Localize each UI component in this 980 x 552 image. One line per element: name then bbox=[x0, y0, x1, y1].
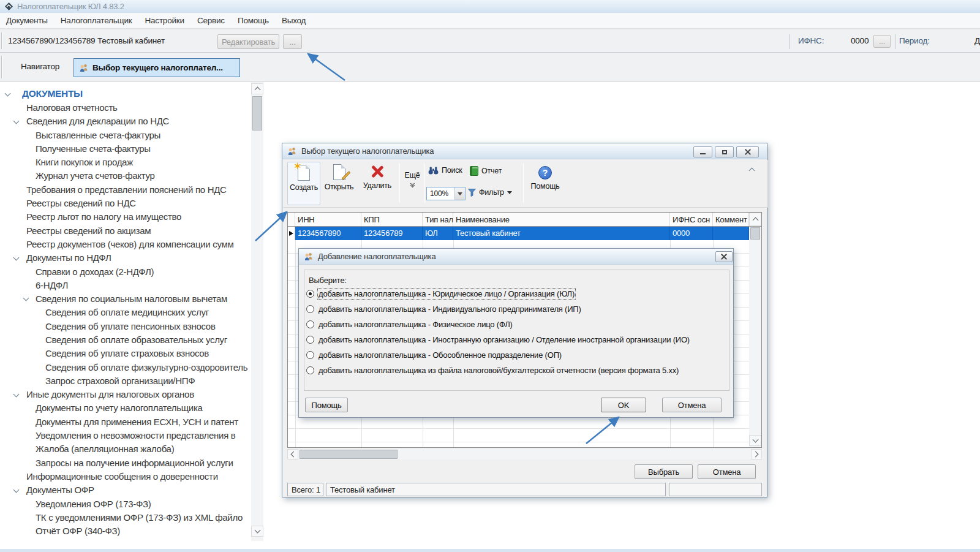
tree-item[interactable]: Документы ОФР bbox=[26, 485, 94, 495]
report-button[interactable]: Отчет bbox=[470, 166, 502, 176]
chevron-down-icon[interactable] bbox=[13, 486, 20, 493]
tree-item[interactable]: Запрос страховой организации/НПФ bbox=[45, 376, 195, 386]
radio-icon[interactable] bbox=[306, 320, 314, 328]
radio-selected-icon[interactable] bbox=[306, 290, 314, 298]
grid-vscrollbar[interactable] bbox=[749, 240, 761, 447]
radio-option-separate-subdivision[interactable]: добавить налогоплательщика - Обособленно… bbox=[306, 349, 562, 361]
tree-item[interactable]: Уведомления ОФР (173-ФЗ) bbox=[36, 499, 151, 509]
radio-icon[interactable] bbox=[306, 305, 314, 313]
grid-scrollbar-thumb[interactable] bbox=[750, 227, 760, 240]
combo-arrow[interactable] bbox=[454, 187, 465, 200]
scroll-down-button[interactable] bbox=[251, 526, 263, 537]
help-button[interactable]: Помощь bbox=[528, 164, 562, 204]
tree-item[interactable]: Документы по учету налогоплательщика bbox=[36, 403, 203, 413]
cancel-button[interactable]: Отмена bbox=[662, 398, 722, 412]
tree-item[interactable]: Сведения об уплате пенсионных взносов bbox=[45, 321, 216, 331]
tree-item[interactable]: Запросы на получение информационной услу… bbox=[36, 458, 233, 468]
grid-scroll-down-button[interactable] bbox=[749, 435, 761, 446]
tabbar-grip[interactable] bbox=[1, 56, 3, 78]
chevron-down-icon[interactable] bbox=[13, 118, 20, 124]
tree-item[interactable]: Полученные счета-фактуры bbox=[36, 143, 151, 154]
radio-option-physical-person[interactable]: добавить налогоплательщика - Физическое … bbox=[306, 318, 513, 330]
tree-item[interactable]: Реестр документов (чеков) для компенсаци… bbox=[26, 239, 234, 249]
menu-exit[interactable]: Выход bbox=[282, 16, 306, 25]
column-header-type[interactable]: Тип нал bbox=[423, 213, 453, 226]
tree-item[interactable]: Журнал учета счетов-фактур bbox=[36, 170, 155, 181]
tree-item[interactable]: Отчёт ОФР (340-ФЗ) bbox=[36, 526, 120, 536]
scroll-right-button[interactable] bbox=[751, 449, 762, 459]
tree-item[interactable]: 6-НДФЛ bbox=[36, 280, 68, 290]
search-button[interactable]: Поиск bbox=[428, 166, 462, 175]
tree-item[interactable]: Сведения об оплате медицинских услуг bbox=[45, 307, 209, 317]
tree-item[interactable]: Сведения для декларации по НДС bbox=[26, 116, 169, 126]
tree-item[interactable]: Налоговая отчетность bbox=[26, 102, 118, 113]
radio-icon[interactable] bbox=[306, 336, 314, 344]
menu-documents[interactable]: Документы bbox=[6, 16, 48, 25]
radio-label[interactable]: добавить налогоплательщика - Физическое … bbox=[318, 320, 513, 329]
grid-scrollbar-track[interactable] bbox=[749, 227, 761, 240]
tree-item[interactable]: Реестры сведений по акцизам bbox=[26, 225, 151, 236]
radio-label[interactable]: добавить налогоплательщика - Иностранную… bbox=[318, 335, 690, 344]
tree-item[interactable]: Жалоба (апелляционная жалоба) bbox=[36, 444, 174, 454]
tab-navigator[interactable]: Навигатор bbox=[21, 62, 59, 71]
chevron-down-icon[interactable] bbox=[13, 391, 20, 397]
radio-option-from-file[interactable]: добавить налогоплательщика из файла нало… bbox=[306, 364, 679, 376]
tree-item[interactable]: Информационные сообщения о доверенности bbox=[26, 471, 218, 482]
open-button[interactable]: Открыть bbox=[321, 162, 357, 205]
toolbar-grip[interactable] bbox=[1, 32, 3, 49]
collapse-toolbar-icon[interactable] bbox=[749, 168, 755, 174]
menu-service[interactable]: Сервис bbox=[197, 16, 225, 25]
tree-item[interactable]: Иные документы для налоговых органов bbox=[26, 389, 194, 399]
column-header-inn[interactable]: ИНН bbox=[295, 213, 361, 226]
tree-item[interactable]: Документы для применения ЕСХН, УСН и пат… bbox=[36, 417, 238, 427]
hscrollbar-thumb[interactable] bbox=[300, 450, 398, 459]
chevron-down-icon[interactable] bbox=[5, 91, 11, 97]
close-button[interactable] bbox=[736, 146, 759, 157]
radio-option-legal-entity[interactable]: добавить налогоплательщика - Юридическое… bbox=[306, 287, 575, 300]
tree-item[interactable]: Документы по НДФЛ bbox=[26, 252, 111, 263]
radio-option-foreign-org[interactable]: добавить налогоплательщика - Иностранную… bbox=[306, 333, 690, 346]
scroll-up-button[interactable] bbox=[251, 83, 263, 94]
scroll-left-button[interactable] bbox=[287, 449, 298, 459]
menu-settings[interactable]: Настройки bbox=[145, 16, 184, 25]
radio-label[interactable]: добавить налогоплательщика - Обособленно… bbox=[318, 350, 562, 360]
tree-item[interactable]: Сведения об уплате страховых взносов bbox=[45, 348, 209, 358]
help-button[interactable]: Помощь bbox=[305, 398, 348, 412]
tree-item[interactable]: Сведения об оплате образовательных услуг bbox=[45, 335, 227, 345]
minimize-button[interactable] bbox=[693, 146, 712, 157]
tree-item[interactable]: Реестры сведений по НДС bbox=[26, 198, 136, 208]
tree-item[interactable]: Сведения об оплате физкультурно-оздорови… bbox=[45, 362, 247, 372]
maximize-button[interactable] bbox=[715, 146, 734, 157]
chevron-down-icon[interactable] bbox=[23, 295, 29, 301]
tree-item[interactable]: Книги покупок и продаж bbox=[36, 157, 133, 167]
column-header-ifns[interactable]: ИФНС осн bbox=[670, 213, 713, 226]
column-header-kpp[interactable]: КПП bbox=[361, 213, 423, 226]
column-header-name[interactable]: Наименование bbox=[453, 213, 670, 226]
filter-button[interactable]: Фильтр bbox=[468, 188, 512, 197]
tab-current-taxpayer[interactable]: Выбор текущего налогоплател... bbox=[74, 58, 240, 77]
chevron-down-icon[interactable] bbox=[13, 254, 20, 260]
radio-icon[interactable] bbox=[306, 366, 314, 374]
select-button[interactable]: Выбрать bbox=[635, 464, 693, 479]
radio-label[interactable]: добавить налогоплательщика из файла нало… bbox=[318, 366, 679, 375]
cancel-button[interactable]: Отмена bbox=[698, 464, 756, 479]
selected-taxpayer-row[interactable]: 1234567890 123456789 ЮЛ Тестовый кабинет… bbox=[288, 227, 761, 240]
tree-item[interactable]: Сведения по социальным налоговым вычетам bbox=[36, 293, 227, 304]
close-button[interactable] bbox=[715, 251, 733, 262]
taxpayer-browse-button[interactable]: ... bbox=[283, 34, 302, 49]
zoom-combobox[interactable]: 100% bbox=[426, 187, 466, 200]
radio-icon[interactable] bbox=[306, 351, 314, 359]
delete-button[interactable]: Удалить bbox=[358, 162, 397, 205]
ifns-browse-button[interactable]: ... bbox=[873, 35, 891, 48]
create-button[interactable]: Создать bbox=[287, 162, 320, 205]
ok-button[interactable]: OK bbox=[601, 398, 646, 412]
tree-item[interactable]: Выставленные счета-фактуры bbox=[36, 130, 160, 140]
add-dialog-titlebar[interactable]: Добавление налогоплательщика bbox=[299, 249, 733, 265]
scrollbar-thumb[interactable] bbox=[252, 96, 262, 130]
column-header-comment[interactable]: Коммент bbox=[713, 213, 749, 226]
tree-scrollbar[interactable] bbox=[251, 82, 263, 541]
radio-label[interactable]: добавить налогоплательщика - Юридическое… bbox=[318, 289, 575, 298]
radio-option-individual-entrepreneur[interactable]: добавить налогоплательщика - Индивидуаль… bbox=[306, 303, 581, 315]
tree-item[interactable]: Реестр льгот по налогу на имущество bbox=[26, 211, 181, 222]
edit-button[interactable]: Редактировать bbox=[217, 34, 279, 49]
